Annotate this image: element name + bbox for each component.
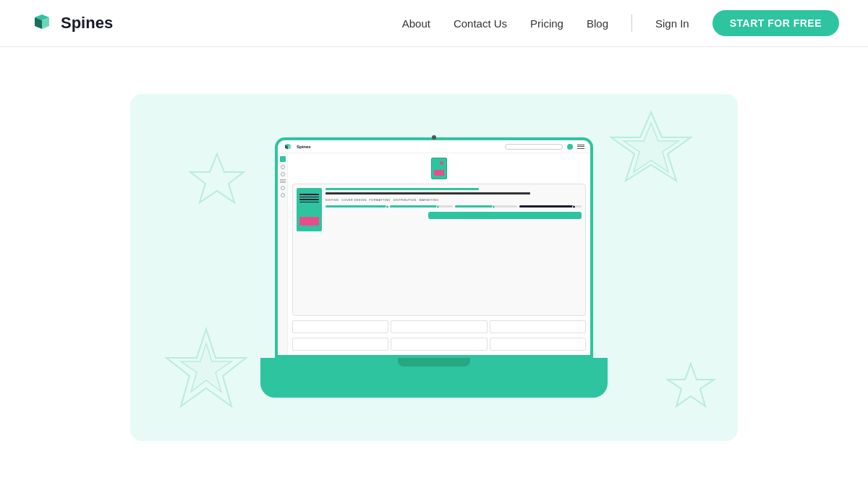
book-text-lines [299, 194, 319, 202]
sidebar-line-3 [280, 182, 286, 183]
geo-star-bottom-left [159, 325, 253, 419]
detail-bar-title [326, 188, 479, 190]
start-for-free-button[interactable]: START FOR FREE [712, 10, 839, 36]
grid-card-6[interactable] [490, 338, 586, 351]
app-search-bar[interactable] [505, 144, 563, 150]
progress-track-3 [455, 205, 517, 207]
geo-star-bottom-right [665, 361, 716, 412]
tab-distribution[interactable]: DISTRIBUTION [393, 198, 417, 202]
sidebar-icon-settings[interactable] [281, 186, 285, 190]
book-accent-shape [299, 217, 319, 226]
book-details-panel: EDITING COVER DESIGN FORMATTING DISTRIBU… [326, 188, 582, 312]
book-cover-preview [292, 158, 586, 179]
app-screen: Spines [278, 140, 590, 355]
laptop-base [260, 358, 608, 398]
sidebar-icon-home[interactable] [280, 156, 286, 162]
grid-card-2[interactable] [391, 320, 487, 333]
tab-labels-row: EDITING COVER DESIGN FORMATTING DISTRIBU… [326, 198, 582, 202]
progress-thumb-4 [572, 205, 576, 208]
book-line-1 [299, 194, 319, 195]
app-avatar [567, 144, 573, 150]
progress-row [326, 205, 582, 207]
menu-line-1 [577, 145, 584, 145]
progress-thumb-1 [386, 205, 389, 208]
nav-about[interactable]: About [402, 17, 430, 30]
book-detail-cover [297, 188, 322, 231]
spines-logo-icon [29, 10, 55, 36]
geo-star-top-right [608, 108, 694, 195]
grid-cards-row-1 [292, 320, 586, 333]
app-main-area: EDITING COVER DESIGN FORMATTING DISTRIBU… [288, 153, 590, 355]
progress-fill-2 [390, 205, 440, 207]
app-sidebar [278, 153, 288, 355]
webcam-dot [432, 135, 436, 140]
svg-marker-3 [668, 364, 714, 406]
svg-marker-6 [190, 154, 244, 202]
hero-card: Spines [130, 94, 738, 441]
laptop-screen: Spines [275, 137, 593, 358]
menu-line-2 [577, 146, 584, 147]
menu-line-3 [577, 148, 584, 149]
grid-card-1[interactable] [292, 320, 388, 333]
grid-cards-row-2 [292, 338, 586, 351]
app-topbar: Spines [278, 140, 590, 153]
book-line-3 [299, 199, 319, 200]
progress-fill-3 [455, 205, 495, 207]
grid-card-5[interactable] [391, 338, 487, 351]
laptop: Spines [260, 137, 608, 398]
app-menu-icon [577, 145, 584, 149]
logo[interactable]: Spines [29, 10, 113, 36]
nav-pricing[interactable]: Pricing [530, 17, 563, 30]
nav: About Contact Us Pricing Blog Sign In ST… [402, 10, 839, 36]
app-body: EDITING COVER DESIGN FORMATTING DISTRIBU… [278, 153, 590, 355]
progress-fill-4 [519, 205, 576, 207]
progress-fill-1 [326, 205, 388, 207]
progress-track-4 [519, 205, 582, 207]
book-cover-dot [440, 161, 443, 165]
progress-track-2 [390, 205, 452, 207]
detail-bar-subtitle [326, 192, 530, 194]
header: Spines About Contact Us Pricing Blog Sig… [0, 0, 868, 47]
nav-blog[interactable]: Blog [587, 17, 608, 30]
sidebar-icon-design[interactable] [281, 172, 285, 176]
tab-cover[interactable]: COVER DESIGN [341, 198, 366, 202]
laptop-screen-inner: Spines [278, 140, 590, 355]
sign-in-link[interactable]: Sign In [655, 17, 689, 30]
sidebar-icon-lines[interactable] [280, 179, 286, 183]
grid-card-4[interactable] [292, 338, 388, 351]
tab-formatting[interactable]: FORMATTING [370, 198, 391, 202]
nav-divider [631, 14, 632, 32]
logo-text: Spines [61, 14, 113, 33]
grid-card-3[interactable] [490, 320, 586, 333]
geo-star-top-left [188, 152, 246, 210]
book-line-4 [299, 202, 319, 203]
book-cover-thumbnail [431, 158, 447, 179]
nav-contact[interactable]: Contact Us [454, 17, 507, 30]
svg-marker-5 [181, 343, 231, 392]
app-brand-label: Spines [297, 145, 311, 149]
app-logo-icon [284, 142, 292, 151]
progress-track-1 [326, 205, 388, 207]
progress-thumb-2 [436, 205, 440, 208]
tab-marketing[interactable]: MARKETING [420, 198, 438, 202]
sidebar-line-2 [280, 181, 286, 181]
content-panel: EDITING COVER DESIGN FORMATTING DISTRIBU… [292, 184, 586, 316]
sidebar-line-1 [280, 179, 286, 180]
tab-editing[interactable]: EDITING [326, 198, 339, 202]
sidebar-icon-help[interactable] [281, 193, 285, 197]
main-content: Spines [0, 47, 868, 488]
progress-thumb-3 [492, 205, 495, 208]
cta-action-bar[interactable] [428, 212, 582, 219]
book-line-2 [299, 197, 319, 198]
sidebar-icon-edit[interactable] [281, 165, 285, 169]
